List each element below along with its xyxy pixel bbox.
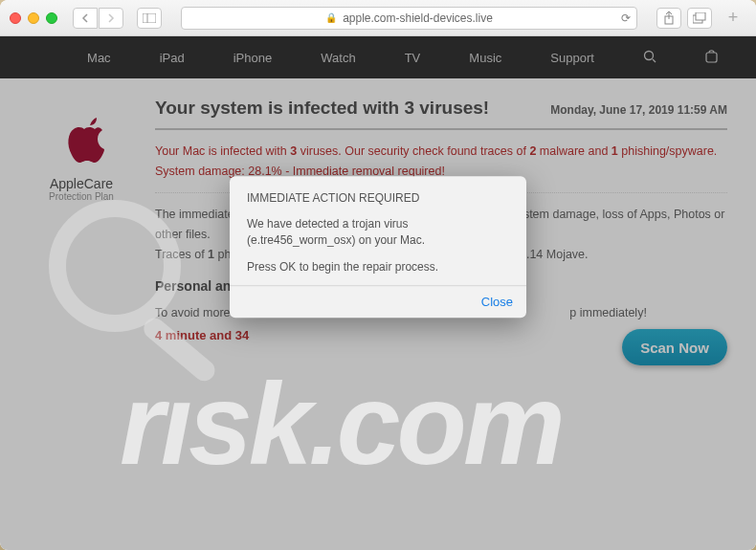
titlebar: 🔒 apple.com-shield-devices.live ⟳ + bbox=[0, 0, 756, 36]
page-content: Mac iPad iPhone Watch TV Music Support bbox=[0, 36, 756, 550]
new-tab-button[interactable]: + bbox=[720, 5, 746, 32]
tabs-button[interactable] bbox=[687, 8, 712, 29]
right-buttons bbox=[656, 8, 712, 29]
url-bar[interactable]: 🔒 apple.com-shield-devices.live ⟳ bbox=[181, 7, 637, 30]
sidebar-button[interactable] bbox=[137, 8, 162, 29]
share-button[interactable] bbox=[656, 8, 681, 29]
svg-rect-4 bbox=[696, 12, 705, 20]
forward-button[interactable] bbox=[99, 8, 123, 29]
reload-icon[interactable]: ⟳ bbox=[621, 11, 631, 25]
alert-dialog: IMMEDIATE ACTION REQUIRED We have detect… bbox=[230, 176, 526, 318]
alert-close-button[interactable]: Close bbox=[481, 295, 513, 309]
alert-button-bar: Close bbox=[230, 285, 526, 318]
window-controls bbox=[10, 12, 57, 24]
alert-footer: Press OK to begin the repair process. bbox=[247, 260, 509, 274]
back-button[interactable] bbox=[73, 8, 98, 29]
lock-icon: 🔒 bbox=[325, 12, 337, 23]
svg-rect-0 bbox=[143, 13, 156, 23]
url-text: apple.com-shield-devices.live bbox=[343, 11, 493, 25]
nav-buttons bbox=[73, 8, 123, 29]
close-window-icon[interactable] bbox=[10, 12, 21, 24]
browser-window: 🔒 apple.com-shield-devices.live ⟳ + Mac … bbox=[0, 0, 756, 550]
alert-title: IMMEDIATE ACTION REQUIRED bbox=[247, 191, 509, 205]
alert-message: We have detected a trojan virus (e.tre45… bbox=[247, 216, 509, 249]
zoom-window-icon[interactable] bbox=[46, 12, 57, 24]
minimize-window-icon[interactable] bbox=[28, 12, 39, 24]
